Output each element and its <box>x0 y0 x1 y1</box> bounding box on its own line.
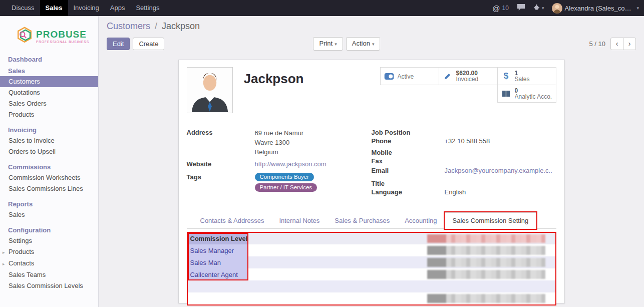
sidebar-item-products[interactable]: Products <box>0 109 98 120</box>
phone-value: +32 10 588 558 <box>445 137 490 145</box>
sidebar-item-sales-teams[interactable]: Sales Teams <box>0 269 98 280</box>
pager-next-button[interactable]: › <box>623 38 636 50</box>
menu-discuss[interactable]: Discuss <box>6 0 40 16</box>
address-label: Address <box>187 128 255 157</box>
dollar-icon: $ <box>501 71 511 81</box>
logo-subtitle: PROFESSIONAL BUSINESS <box>36 41 89 44</box>
user-name: Alexandra (Sales_comm... <box>564 5 634 12</box>
sidebar-item-sales-commissions-lines[interactable]: Sales Commissions Lines <box>0 183 98 194</box>
table-row[interactable]: Callcenter Agent <box>188 268 555 280</box>
sidebar-item-sales-commission-levels[interactable]: Sales Commission Levels <box>0 280 98 291</box>
topbar-right: @ 10 ▾ Alexandra (Sales_comm... ▾ <box>492 3 644 14</box>
field-grid: Address 69 rue de Namur Wavre 1300 Belgi… <box>187 128 556 198</box>
stat-buttons: Active $620.00 Invoiced $ <box>380 67 556 102</box>
sales-stat-button[interactable]: $ 1 Sales <box>497 67 556 85</box>
menu-invoicing[interactable]: Invoicing <box>68 0 105 16</box>
menu-sales[interactable]: Sales <box>40 0 68 16</box>
commission-level-cell[interactable]: Sales Manager <box>188 244 248 256</box>
redacted-cell <box>427 246 545 255</box>
top-navbar: Discuss Sales Invoicing Apps Settings @ … <box>0 0 644 16</box>
print-dropdown-button[interactable]: Print▾ <box>313 37 343 51</box>
active-label: Active <box>398 73 414 80</box>
sidebar-item-quotations[interactable]: Quotations <box>0 87 98 98</box>
language-value: English <box>445 188 466 196</box>
sidebar-item-customers[interactable]: Customers <box>0 76 98 87</box>
tags-value: Components Buyer Partner / IT Services <box>255 173 317 192</box>
sidebar-nav: Dashboard Sales Customers Quotations Sal… <box>0 54 98 291</box>
sidebar-heading-configuration[interactable]: Configuration <box>0 225 98 235</box>
messages-button[interactable] <box>517 4 525 13</box>
redacted-cell <box>427 270 545 279</box>
email-link[interactable]: Jackpson@yourcompany.example.c.. <box>445 166 552 175</box>
redacted-cell <box>427 294 545 303</box>
commission-level-cell[interactable]: Callcenter Agent <box>188 268 248 280</box>
tab-accounting[interactable]: Accounting <box>397 213 444 228</box>
address-line-2: Wavre 1300 <box>255 138 304 147</box>
action-dropdown-button[interactable]: Action▾ <box>346 37 381 51</box>
sidebar-item-commission-worksheets[interactable]: Commission Worksheets <box>0 172 98 183</box>
sidebar-heading-sales[interactable]: Sales <box>0 66 98 76</box>
notebook-tabs: Contacts & Addresses Internal Notes Sale… <box>187 212 556 229</box>
table-row[interactable]: Sales Manager <box>188 244 555 256</box>
analytic-stat-button[interactable]: 0 Analytic Acco... <box>497 85 556 103</box>
sidebar-item-settings[interactable]: Settings <box>0 235 98 246</box>
menu-apps[interactable]: Apps <box>105 0 131 16</box>
tab-sales-purchases[interactable]: Sales & Purchases <box>327 213 397 228</box>
sidebar-item-config-products[interactable]: ▸Products <box>0 246 98 258</box>
mentions-button[interactable]: @ 10 <box>492 4 509 13</box>
active-toggle-icon <box>384 73 394 80</box>
active-toggle-button[interactable]: Active <box>380 67 439 85</box>
invoiced-stat-button[interactable]: $620.00 Invoiced <box>439 67 498 85</box>
tab-internal-notes[interactable]: Internal Notes <box>271 213 327 228</box>
chevron-right-icon: ▸ <box>3 260 9 267</box>
table-row[interactable]: Sales Man <box>188 256 555 268</box>
redacted-cell <box>427 258 545 267</box>
tag-components-buyer: Components Buyer <box>255 173 314 181</box>
tab-sales-commission-setting[interactable]: Sales Commission Setting <box>445 212 537 229</box>
control-panel: Customers / Jackpson Edit Create Print▾ … <box>99 16 644 51</box>
sidebar-item-reports-sales[interactable]: Sales <box>0 209 98 220</box>
record-form-sheet: Jackpson Active $620.00 <box>178 60 565 303</box>
tags-label: Tags <box>187 173 255 192</box>
pager-previous-button[interactable]: ‹ <box>610 38 623 50</box>
sidebar-item-orders-to-upsell[interactable]: Orders to Upsell <box>0 146 98 157</box>
tag-partner-it-services: Partner / IT Services <box>255 183 317 192</box>
sidebar-heading-reports[interactable]: Reports <box>0 199 98 209</box>
debug-menu-button[interactable]: ▾ <box>533 4 544 12</box>
caret-down-icon: ▾ <box>542 6 544 11</box>
address-value: 69 rue de Namur Wavre 1300 Belgium <box>255 128 304 157</box>
user-menu[interactable]: Alexandra (Sales_comm... ▾ <box>552 3 639 14</box>
invoiced-label: Invoiced <box>456 76 479 82</box>
sidebar-heading-dashboard[interactable]: Dashboard <box>0 54 98 65</box>
table-empty-row <box>188 292 555 304</box>
phone-label: Phone <box>372 137 445 145</box>
sidebar-item-sales-orders[interactable]: Sales Orders <box>0 98 98 109</box>
menu-settings[interactable]: Settings <box>130 0 165 16</box>
breadcrumb-customers-link[interactable]: Customers <box>107 21 150 31</box>
logo-title: PROBUSE <box>36 30 89 39</box>
sidebar-heading-invoicing[interactable]: Invoicing <box>0 125 98 135</box>
sidebar-heading-commissions[interactable]: Commissions <box>0 162 98 172</box>
breadcrumb-separator: / <box>155 21 157 31</box>
tab-contacts-addresses[interactable]: Contacts & Addresses <box>193 213 272 228</box>
probuse-logo: PROBUSE PROFESSIONAL BUSINESS <box>0 16 98 53</box>
edit-button[interactable]: Edit <box>107 38 130 50</box>
page-title: Jackpson <box>244 71 304 87</box>
sidebar-item-contacts[interactable]: ▸Contacts <box>0 258 98 269</box>
sidebar-item-sales-to-invoice[interactable]: Sales to Invoice <box>0 135 98 146</box>
website-link[interactable]: http://www.jackpson.com <box>255 160 327 168</box>
commission-level-header[interactable]: Commission Level <box>188 233 248 244</box>
commission-level-cell[interactable]: Sales Man <box>188 256 248 268</box>
caret-down-icon: ▾ <box>636 6 639 11</box>
analytic-count-label: Analytic Acco... <box>515 94 552 100</box>
job-position-label: Job Position <box>372 128 445 137</box>
customer-photo <box>187 67 233 113</box>
address-line-1: 69 rue de Namur <box>255 128 304 138</box>
print-label: Print <box>319 40 333 47</box>
create-button[interactable]: Create <box>133 38 164 50</box>
chevron-right-icon: ▸ <box>3 249 9 256</box>
sidebar: PROBUSE PROFESSIONAL BUSINESS Dashboard … <box>0 16 99 307</box>
main-content: Customers / Jackpson Edit Create Print▾ … <box>99 16 644 307</box>
email-label: Email <box>372 166 445 175</box>
mention-icon: @ <box>492 4 500 13</box>
